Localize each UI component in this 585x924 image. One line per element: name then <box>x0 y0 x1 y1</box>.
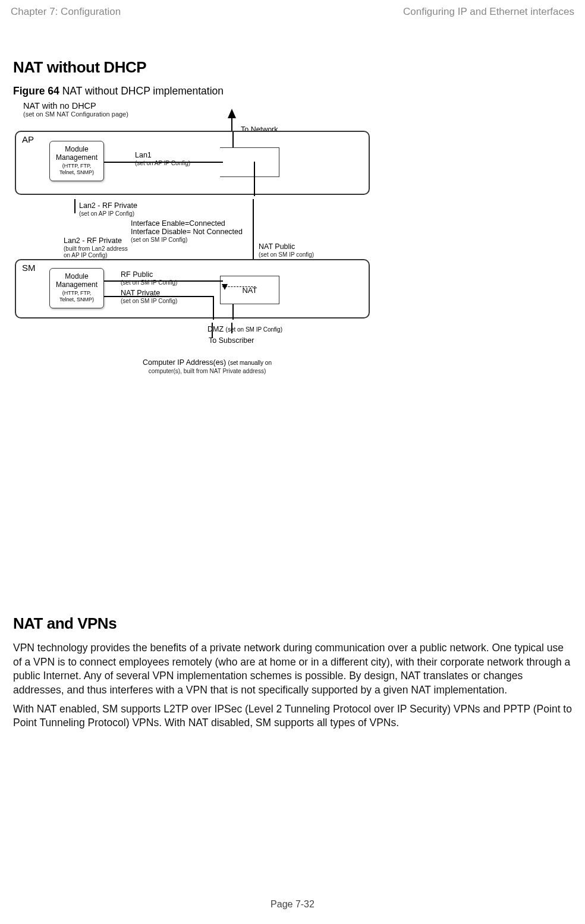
rfpublic-text: RF Public <box>121 270 153 279</box>
natprivate-text: NAT Private <box>121 289 160 297</box>
sm-module-line4: Telnet, SNMP) <box>50 297 103 302</box>
label-nat-public: NAT Public (set on SM IP config) <box>259 243 314 258</box>
label-lan2-b: Lan2 - RF Private (built from Lan2 addre… <box>64 237 128 258</box>
computer-ip-cap1: (set manually on <box>228 359 272 366</box>
rfpublic-caption: (set on SM IP Config) <box>121 279 177 286</box>
label-rf-public: RF Public (set on SM IP Config) <box>121 271 177 286</box>
lan2b-cap1: (built from Lan2 address <box>64 245 128 252</box>
sm-module-line3: (HTTP, FTP, <box>50 290 103 296</box>
ap-module-line4: Telnet, SNMP) <box>50 169 103 175</box>
label-dmz: DMZ (set on SM IP Config) <box>207 326 282 334</box>
label-lan2-a: Lan2 - RF Private (set on AP IP Config) <box>79 202 137 217</box>
dmz-caption: (set on SM IP Config) <box>226 326 282 333</box>
line-lan2-a <box>74 199 76 213</box>
diagram-subtitle: (set on SM NAT Configuration page) <box>15 111 370 118</box>
lan2b-cap2: on AP IP Config) <box>64 252 128 258</box>
para-nat-vpn-2: With NAT enabled, SM supports L2TP over … <box>13 702 572 730</box>
arrow-into-nat-icon <box>222 284 228 290</box>
lan2b-text: Lan2 - RF Private <box>64 236 122 245</box>
heading-nat-and-vpns: NAT and VPNs <box>13 614 572 633</box>
line-ap-up <box>232 132 234 147</box>
natprivate-caption: (set on SM IP Config) <box>121 298 177 304</box>
line-ap-down <box>254 162 255 196</box>
computer-ip-cap2: computer(s), built from NAT Private addr… <box>143 367 272 375</box>
label-interface: Interface Enable=Connected Interface Dis… <box>131 220 243 243</box>
header-section: Configuring IP and Ethernet interfaces <box>403 6 574 18</box>
sm-box: SM Module Management (HTTP, FTP, Telnet,… <box>15 259 370 318</box>
ap-module-line3: (HTTP, FTP, <box>50 163 103 169</box>
header-chapter: Chapter 7: Configuration <box>11 6 121 18</box>
computer-ip-text: Computer IP Address(es) <box>143 358 226 367</box>
ap-module-line1: Module <box>65 145 88 153</box>
interface-line2: Interface Disable= Not Connected <box>131 228 243 236</box>
lan1-caption: (set on AP IP Config) <box>135 160 190 166</box>
natpublic-caption: (set on SM IP config) <box>259 251 314 258</box>
nat-box: NAT <box>220 276 279 304</box>
lan2a-text: Lan2 - RF Private <box>79 201 137 210</box>
ap-ghost-box <box>220 147 279 177</box>
figure-caption-text: NAT without DHCP implementation <box>59 85 224 97</box>
sm-module-line2: Management <box>56 280 98 289</box>
dmz-text: DMZ <box>207 325 224 333</box>
lan1-text: Lan1 <box>135 151 152 159</box>
label-to-subscriber: To Subscriber <box>209 337 254 345</box>
sm-label: SM <box>22 263 36 273</box>
label-nat-private: NAT Private (set on SM IP Config) <box>121 289 177 304</box>
label-lan1: Lan1 (set on AP IP Config) <box>135 152 190 166</box>
ap-module-line2: Management <box>56 153 98 162</box>
ap-box: AP Module Management (HTTP, FTP, Telnet,… <box>15 131 370 195</box>
diagram-nat-without-dhcp: NAT with no DHCP (set on SM NAT Configur… <box>15 101 370 598</box>
figure-label: Figure 64 <box>13 85 59 97</box>
diagram-title: NAT with no DHCP <box>15 101 370 111</box>
lan2a-caption: (set on AP IP Config) <box>79 210 137 217</box>
para-nat-vpn-1: VPN technology provides the benefits of … <box>13 641 572 698</box>
ap-module-box: Module Management (HTTP, FTP, Telnet, SN… <box>49 141 104 181</box>
sm-module-line1: Module <box>65 272 88 280</box>
page-number: Page 7-32 <box>0 899 585 910</box>
interface-line1: Interface Enable=Connected <box>131 219 225 228</box>
line-nat-private-v <box>213 296 214 320</box>
heading-nat-without-dhcp: NAT without DHCP <box>13 58 572 77</box>
line-dmz-down <box>232 304 234 320</box>
figure-caption: Figure 64 NAT without DHCP implementatio… <box>13 85 572 97</box>
natpublic-text: NAT Public <box>259 242 295 251</box>
sm-module-box: Module Management (HTTP, FTP, Telnet, SN… <box>49 268 104 308</box>
label-computer-ip: Computer IP Address(es) (set manually on… <box>143 358 272 375</box>
ap-label: AP <box>22 134 34 144</box>
interface-caption: (set on SM IP Config) <box>131 236 243 243</box>
